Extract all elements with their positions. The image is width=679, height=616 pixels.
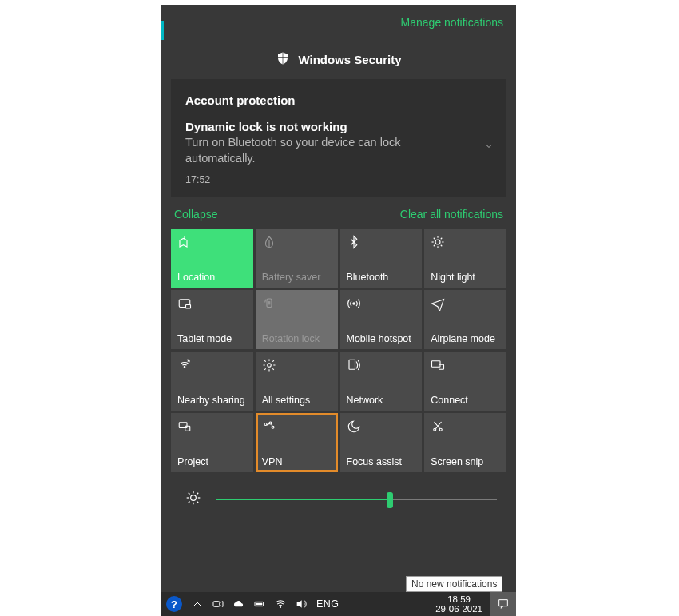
bluetooth-icon [347, 233, 416, 251]
tray-chevron-up-icon[interactable] [187, 598, 208, 610]
network-icon [347, 356, 416, 374]
svg-line-36 [189, 502, 190, 503]
svg-marker-39 [220, 602, 223, 607]
tile-screen-snip[interactable]: Screen snip [424, 413, 506, 472]
vpn-icon [262, 418, 332, 435]
tile-label: Screen snip [431, 456, 500, 467]
taskbar-date: 29-06-2021 [435, 604, 482, 614]
action-center-panel: Manage notifications Windows Security Ac… [161, 5, 516, 600]
taskbar: ? ENG 18:59 29-06-2021 [161, 592, 516, 616]
project-icon [177, 418, 247, 435]
svg-point-28 [440, 428, 443, 431]
notification-card[interactable]: Account protection Dynamic lock is not w… [171, 79, 506, 197]
tile-label: Nearby sharing [177, 395, 247, 406]
tile-tablet-mode[interactable]: Tablet mode [171, 290, 253, 349]
tile-label: Focus assist [347, 456, 416, 467]
tile-airplane-mode[interactable]: Airplane mode [424, 290, 506, 349]
svg-rect-42 [256, 603, 262, 606]
svg-rect-38 [213, 602, 220, 607]
tile-label: Night light [431, 272, 500, 283]
wifi-icon[interactable] [270, 598, 291, 610]
taskbar-time: 18:59 [435, 594, 482, 604]
svg-point-24 [264, 423, 267, 426]
tile-label: Airplane mode [431, 333, 500, 344]
notification-app-header: Windows Security [161, 34, 516, 79]
svg-line-9 [441, 245, 443, 247]
slider-thumb[interactable] [387, 492, 393, 508]
action-center-button[interactable] [490, 592, 516, 616]
quick-action-tiles: LocationBattery saverBluetoothNight ligh… [161, 229, 516, 472]
battery-icon[interactable] [249, 598, 270, 610]
tile-location[interactable]: Location [171, 229, 253, 288]
tile-network[interactable]: Network [340, 352, 423, 411]
action-links-row: Collapse Clear all notifications [161, 197, 516, 229]
brightness-row [161, 472, 516, 509]
notification-section: Account protection [185, 93, 492, 107]
moon-icon [347, 418, 416, 435]
snip-icon [431, 418, 500, 435]
svg-point-27 [434, 428, 436, 431]
brightness-icon [185, 490, 201, 509]
tile-battery-saver[interactable]: Battery saver [256, 229, 338, 288]
chevron-down-icon[interactable] [484, 141, 494, 153]
tile-label: Rotation lock [262, 333, 332, 344]
action-center-tooltip: No new notifications [406, 576, 502, 592]
meet-now-icon[interactable] [208, 598, 228, 610]
leaf-icon [262, 233, 332, 251]
collapse-link[interactable]: Collapse [174, 208, 217, 221]
gear-icon [262, 356, 332, 374]
svg-line-10 [434, 245, 435, 247]
tile-bluetooth[interactable]: Bluetooth [340, 229, 423, 288]
manage-notifications-link[interactable]: Manage notifications [401, 16, 503, 29]
svg-rect-41 [264, 603, 264, 606]
svg-line-35 [197, 502, 199, 503]
tile-rotation-lock[interactable]: Rotation lock [256, 290, 338, 349]
svg-marker-44 [297, 600, 302, 607]
svg-point-29 [191, 495, 197, 501]
hotspot-icon [347, 295, 416, 312]
tile-label: Network [347, 395, 416, 406]
svg-line-37 [197, 493, 199, 495]
svg-rect-22 [179, 423, 187, 428]
help-icon[interactable]: ? [166, 596, 182, 612]
brightness-slider[interactable] [216, 499, 497, 500]
airplane-icon [431, 295, 500, 312]
tile-connect[interactable]: Connect [424, 352, 506, 411]
rotation-icon [262, 295, 332, 312]
svg-point-18 [268, 364, 272, 368]
tile-project[interactable]: Project [171, 413, 253, 472]
tile-label: Battery saver [262, 272, 332, 283]
sun-icon [431, 233, 500, 251]
notification-time: 17:52 [185, 174, 492, 185]
tile-focus-assist[interactable]: Focus assist [340, 413, 423, 472]
svg-rect-13 [186, 305, 191, 309]
tile-vpn[interactable]: VPN [256, 413, 338, 472]
notification-app-name: Windows Security [298, 53, 401, 66]
tile-night-light[interactable]: Night light [424, 229, 506, 288]
tile-all-settings[interactable]: All settings [256, 352, 338, 411]
svg-rect-14 [267, 299, 272, 308]
svg-line-34 [189, 493, 190, 495]
share-icon [177, 356, 247, 374]
notification-title: Dynamic lock is not working [185, 120, 492, 133]
volume-icon[interactable] [291, 598, 312, 610]
onedrive-icon[interactable] [228, 598, 249, 610]
taskbar-clock[interactable]: 18:59 29-06-2021 [435, 594, 486, 614]
clear-all-link[interactable]: Clear all notifications [400, 208, 503, 221]
svg-rect-23 [185, 426, 190, 431]
notification-body: Turn on Bluetooth so your device can loc… [185, 135, 457, 166]
tile-label: Connect [431, 395, 500, 406]
tile-label: VPN [262, 456, 332, 467]
svg-rect-19 [349, 360, 355, 369]
tile-nearby-sharing[interactable]: Nearby sharing [171, 352, 253, 411]
shield-icon [276, 51, 290, 68]
svg-rect-15 [268, 302, 270, 304]
tile-label: Bluetooth [347, 272, 416, 283]
tile-label: Project [177, 456, 247, 467]
connect-icon [431, 356, 500, 374]
svg-line-11 [441, 238, 443, 240]
tile-label: All settings [262, 395, 332, 406]
svg-point-26 [272, 426, 274, 428]
tile-mobile-hotspot[interactable]: Mobile hotspot [340, 290, 423, 349]
language-indicator[interactable]: ENG [316, 598, 340, 610]
